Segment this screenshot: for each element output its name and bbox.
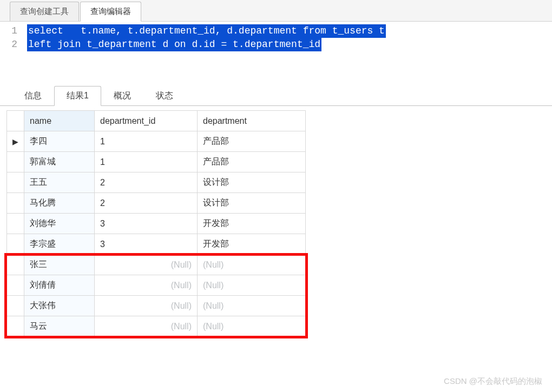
null-value: (Null) [171, 281, 192, 290]
row-indicator [7, 172, 24, 193]
null-value: (Null) [203, 322, 224, 331]
result-tabs: 信息结果1概况状态 [0, 86, 552, 106]
table-row[interactable]: 郭富城1产品部 [7, 152, 306, 172]
cell[interactable]: 2 [95, 172, 198, 193]
cell[interactable]: (Null) [198, 296, 306, 316]
cell[interactable]: (Null) [198, 255, 306, 275]
table-row[interactable]: 王五2设计部 [7, 172, 306, 193]
cell[interactable]: 3 [95, 234, 198, 255]
cell[interactable]: 2 [95, 193, 198, 214]
table-row[interactable]: 张三(Null)(Null) [7, 255, 306, 275]
result-tab[interactable]: 结果1 [54, 86, 101, 106]
line-number: 2 [0, 38, 17, 51]
cell[interactable]: 设计部 [198, 172, 306, 193]
cell[interactable]: 产品部 [198, 131, 306, 152]
cell[interactable]: 设计部 [198, 193, 306, 214]
result-tab[interactable]: 状态 [143, 86, 186, 105]
cell[interactable]: 产品部 [198, 152, 306, 172]
watermark: CSDN @不会敲代码的泡椒 [444, 376, 542, 387]
cell[interactable]: 大张伟 [24, 296, 95, 316]
cell[interactable]: 李四 [24, 131, 95, 152]
table-row[interactable]: 李宗盛3开发部 [7, 234, 306, 255]
cell[interactable]: 1 [95, 152, 198, 172]
cell[interactable]: 马化腾 [24, 193, 95, 214]
cell[interactable]: 李宗盛 [24, 234, 95, 255]
column-header[interactable]: department_id [95, 111, 198, 131]
row-indicator [7, 296, 24, 316]
cell[interactable]: (Null) [95, 255, 198, 275]
row-indicator [7, 193, 24, 214]
cell[interactable]: 张三 [24, 255, 95, 275]
cell[interactable]: 马云 [24, 316, 95, 337]
editor-tabs: 查询创建工具查询编辑器 [0, 0, 552, 22]
cell[interactable]: (Null) [95, 275, 198, 296]
cell[interactable]: (Null) [95, 296, 198, 316]
column-header[interactable]: name [24, 111, 95, 131]
cell[interactable]: (Null) [198, 316, 306, 337]
cell[interactable]: 刘德华 [24, 214, 95, 234]
table-row[interactable]: 刘德华3开发部 [7, 214, 306, 234]
table-row[interactable]: ▶李四1产品部 [7, 131, 306, 152]
cell[interactable]: (Null) [198, 275, 306, 296]
sql-line[interactable]: left join t_department d on d.id = t.dep… [27, 38, 321, 51]
column-header[interactable]: department [198, 111, 306, 131]
result-tab[interactable]: 概况 [101, 86, 143, 105]
cell[interactable]: 3 [95, 214, 198, 234]
current-row-icon: ▶ [12, 137, 18, 146]
cell[interactable]: (Null) [95, 316, 198, 337]
table-row[interactable]: 马云(Null)(Null) [7, 316, 306, 337]
sql-editor[interactable]: 12 select t.name, t.department_id, d.dep… [0, 22, 552, 84]
row-indicator [7, 255, 24, 275]
row-indicator [7, 214, 24, 234]
line-number: 1 [0, 24, 17, 38]
editor-tab[interactable]: 查询创建工具 [10, 2, 79, 21]
sql-line[interactable]: select t.name, t.department_id, d.depart… [27, 24, 386, 38]
null-value: (Null) [171, 322, 192, 331]
row-indicator [7, 234, 24, 255]
table-row[interactable]: 刘倩倩(Null)(Null) [7, 275, 306, 296]
null-value: (Null) [171, 301, 192, 310]
row-indicator [7, 316, 24, 337]
result-grid[interactable]: namedepartment_iddepartment ▶李四1产品部郭富城1产… [6, 110, 306, 337]
cell[interactable]: 开发部 [198, 234, 306, 255]
null-value: (Null) [203, 260, 224, 269]
row-indicator [7, 152, 24, 172]
table-row[interactable]: 马化腾2设计部 [7, 193, 306, 214]
cell[interactable]: 1 [95, 131, 198, 152]
editor-tab[interactable]: 查询编辑器 [80, 2, 141, 22]
sql-code[interactable]: select t.name, t.department_id, d.depart… [27, 24, 552, 51]
cell[interactable]: 开发部 [198, 214, 306, 234]
result-tab[interactable]: 信息 [12, 86, 54, 105]
null-value: (Null) [171, 260, 192, 269]
row-indicator [7, 275, 24, 296]
null-value: (Null) [203, 281, 224, 290]
line-gutter: 12 [0, 24, 27, 51]
cell[interactable]: 郭富城 [24, 152, 95, 172]
cell[interactable]: 王五 [24, 172, 95, 193]
null-value: (Null) [203, 301, 224, 310]
row-indicator-header [7, 111, 24, 131]
row-indicator: ▶ [7, 131, 24, 152]
cell[interactable]: 刘倩倩 [24, 275, 95, 296]
table-row[interactable]: 大张伟(Null)(Null) [7, 296, 306, 316]
